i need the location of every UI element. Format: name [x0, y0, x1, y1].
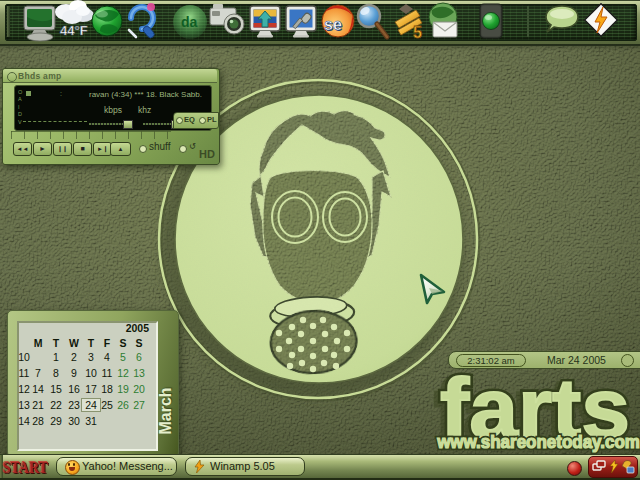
- svg-text:se: se: [324, 16, 342, 33]
- svg-text:www.shareonetoday.com: www.shareonetoday.com: [436, 431, 640, 452]
- svg-text:da: da: [181, 14, 198, 30]
- svg-text:5: 5: [413, 24, 422, 41]
- svg-text:44°F: 44°F: [60, 23, 88, 38]
